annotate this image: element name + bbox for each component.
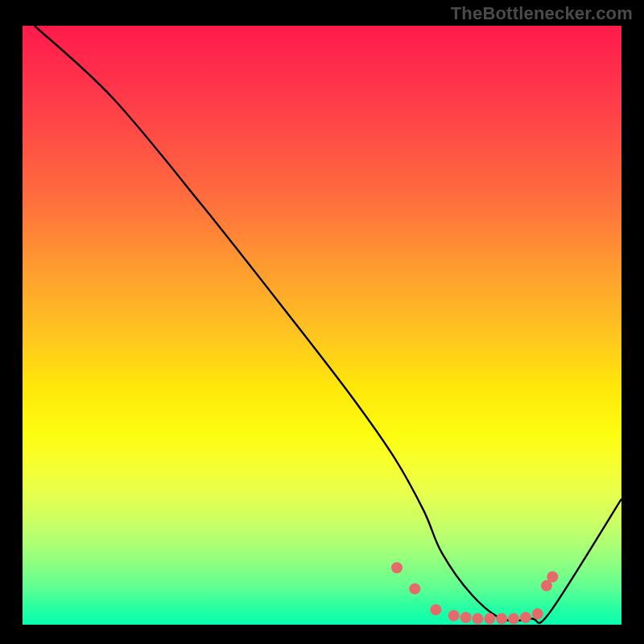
bottleneck-curve <box>35 26 621 623</box>
attribution-text: TheBottlenecker.com <box>451 3 633 24</box>
marker-dot <box>409 583 420 594</box>
marker-dot <box>484 613 495 625</box>
marker-dot <box>472 613 483 625</box>
marker-dot <box>430 604 441 615</box>
marker-dot <box>460 612 472 623</box>
chart-svg <box>23 26 621 625</box>
marker-dot <box>448 610 460 621</box>
marker-dot <box>520 612 531 623</box>
marker-dot <box>391 562 402 573</box>
marker-dot <box>508 613 519 625</box>
marker-dot <box>532 609 543 620</box>
marker-dot <box>496 613 507 625</box>
plot-area <box>23 26 621 625</box>
chart-frame: TheBottlenecker.com <box>0 0 644 644</box>
marker-dot <box>547 572 558 583</box>
highlight-markers <box>391 562 558 624</box>
